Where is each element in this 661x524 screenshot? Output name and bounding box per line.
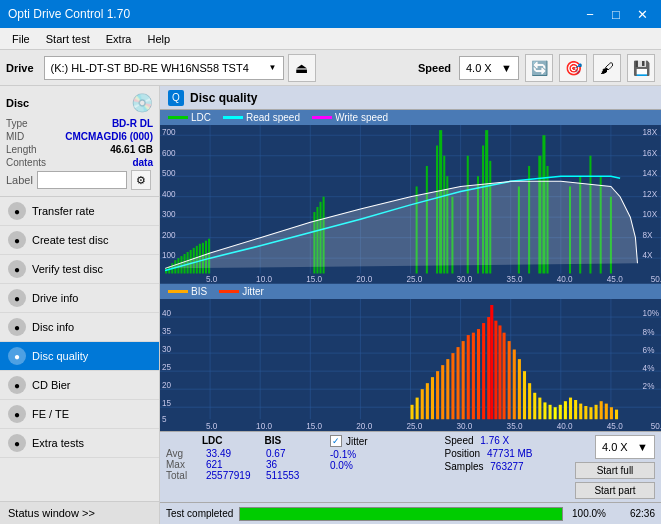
nav-label-verify-test-disc: Verify test disc [32, 263, 103, 275]
position-row: Position 47731 MB [445, 448, 571, 459]
svg-rect-123 [421, 389, 424, 419]
main-layout: Disc 💿 Type BD-R DL MID CMCMAGDI6 (000) … [0, 86, 661, 524]
start-part-button[interactable]: Start part [575, 482, 655, 499]
svg-rect-124 [426, 383, 429, 419]
svg-text:30.0: 30.0 [457, 420, 473, 431]
nav-label-disc-info: Disc info [32, 321, 74, 333]
avg-bis: 0.67 [266, 448, 326, 459]
svg-text:20.0: 20.0 [356, 420, 372, 431]
disc-label-button[interactable]: ⚙ [131, 170, 151, 190]
ldc-color [168, 116, 188, 119]
bottom-chart-svg: 40 35 30 25 20 15 5 10% 8% 6% 4% 2% 5.0 … [160, 299, 661, 431]
speed-label: Speed [418, 62, 451, 74]
svg-text:12X: 12X [643, 190, 658, 199]
svg-rect-160 [605, 403, 608, 419]
svg-text:700: 700 [162, 128, 176, 137]
position-value: 47731 MB [487, 448, 533, 459]
menu-file[interactable]: File [4, 31, 38, 47]
nav-label-create-test-disc: Create test disc [32, 234, 108, 246]
svg-rect-136 [487, 317, 490, 419]
svg-text:10X: 10X [643, 210, 658, 219]
read-speed-label: Read speed [246, 112, 300, 123]
speed-dropdown[interactable]: 4.0 X ▼ [459, 56, 519, 80]
drive-dropdown[interactable]: (K:) HL-DT-ST BD-RE WH16NS58 TST4 ▼ [44, 56, 284, 80]
paint-button[interactable]: 🖌 [593, 54, 621, 82]
minimize-button[interactable]: − [579, 3, 601, 25]
svg-text:6%: 6% [643, 344, 655, 355]
nav-item-disc-quality[interactable]: ●Disc quality [0, 342, 159, 371]
eject-button[interactable]: ⏏ [288, 54, 316, 82]
stats-speed-dropdown[interactable]: 4.0 X ▼ [595, 435, 655, 459]
svg-text:20.0: 20.0 [356, 275, 372, 284]
svg-rect-147 [538, 397, 541, 419]
svg-rect-149 [549, 405, 552, 419]
nav-icon-extra-tests: ● [8, 434, 26, 452]
window-controls: − □ ✕ [579, 3, 653, 25]
bottom-chart: 40 35 30 25 20 15 5 10% 8% 6% 4% 2% 5.0 … [160, 299, 661, 431]
svg-text:45.0: 45.0 [607, 420, 623, 431]
drive-label: Drive [6, 62, 34, 74]
nav-item-create-test-disc[interactable]: ●Create test disc [0, 226, 159, 255]
svg-text:50.0: 50.0 [651, 275, 661, 284]
svg-rect-144 [523, 371, 526, 419]
disc-mid-value: CMCMAGDI6 (000) [65, 131, 153, 142]
nav-label-transfer-rate: Transfer rate [32, 205, 95, 217]
svg-rect-134 [477, 329, 480, 419]
ldc-header: LDC [202, 435, 223, 446]
nav-icon-verify-test-disc: ● [8, 260, 26, 278]
total-ldc: 25577919 [206, 470, 266, 481]
close-button[interactable]: ✕ [631, 3, 653, 25]
nav-item-cd-bier[interactable]: ●CD Bier [0, 371, 159, 400]
drive-dropdown-arrow: ▼ [269, 63, 277, 72]
quality-title: Disc quality [190, 91, 257, 105]
content-area: Q Disc quality LDC Read speed Write spee… [160, 86, 661, 524]
sidebar: Disc 💿 Type BD-R DL MID CMCMAGDI6 (000) … [0, 86, 160, 524]
max-label: Max [166, 459, 206, 470]
bis-color [168, 290, 188, 293]
maximize-button[interactable]: □ [605, 3, 627, 25]
svg-rect-133 [472, 332, 475, 419]
nav-item-verify-test-disc[interactable]: ●Verify test disc [0, 255, 159, 284]
svg-rect-128 [446, 359, 449, 419]
menu-help[interactable]: Help [139, 31, 178, 47]
svg-text:40.0: 40.0 [557, 275, 573, 284]
target-button[interactable]: 🎯 [559, 54, 587, 82]
nav-item-extra-tests[interactable]: ●Extra tests [0, 429, 159, 458]
stats-speed-arrow: ▼ [637, 441, 648, 453]
legend-ldc: LDC [168, 112, 211, 123]
nav-label-fe-te: FE / TE [32, 408, 69, 420]
nav-item-disc-info[interactable]: ●Disc info [0, 313, 159, 342]
svg-rect-137 [490, 305, 493, 419]
start-full-button[interactable]: Start full [575, 462, 655, 479]
progress-area: Test completed 100.0% 62:36 [160, 502, 661, 524]
disc-label-input[interactable] [37, 171, 127, 189]
legend-bis: BIS [168, 286, 207, 297]
disc-label-row: Label ⚙ [6, 170, 153, 190]
speed-stat-value: 1.76 X [480, 435, 509, 446]
max-row: Max 621 36 [166, 459, 326, 470]
avg-jitter-row: -0.1% [330, 449, 441, 460]
stats-jitter-col: ✓ Jitter -0.1% 0.0% [330, 435, 441, 499]
nav-icon-fe-te: ● [8, 405, 26, 423]
progress-percent: 100.0% [569, 508, 609, 519]
disc-panel: Disc 💿 Type BD-R DL MID CMCMAGDI6 (000) … [0, 86, 159, 197]
svg-text:35.0: 35.0 [507, 420, 523, 431]
jitter-header: Jitter [346, 436, 368, 447]
refresh-button[interactable]: 🔄 [525, 54, 553, 82]
svg-rect-161 [610, 407, 613, 419]
svg-rect-135 [482, 323, 485, 419]
stats-headers: LDC BIS [166, 435, 326, 446]
top-legend: LDC Read speed Write speed [160, 110, 661, 125]
save-button[interactable]: 💾 [627, 54, 655, 82]
svg-text:200: 200 [162, 231, 176, 240]
status-window-button[interactable]: Status window >> [0, 501, 159, 524]
menu-starttest[interactable]: Start test [38, 31, 98, 47]
bis-label: BIS [191, 286, 207, 297]
nav-item-fe-te[interactable]: ●FE / TE [0, 400, 159, 429]
nav-item-drive-info[interactable]: ●Drive info [0, 284, 159, 313]
menu-extra[interactable]: Extra [98, 31, 140, 47]
disc-contents-value: data [132, 157, 153, 168]
jitter-checkbox[interactable]: ✓ [330, 435, 342, 447]
svg-text:30: 30 [162, 343, 171, 354]
nav-item-transfer-rate[interactable]: ●Transfer rate [0, 197, 159, 226]
